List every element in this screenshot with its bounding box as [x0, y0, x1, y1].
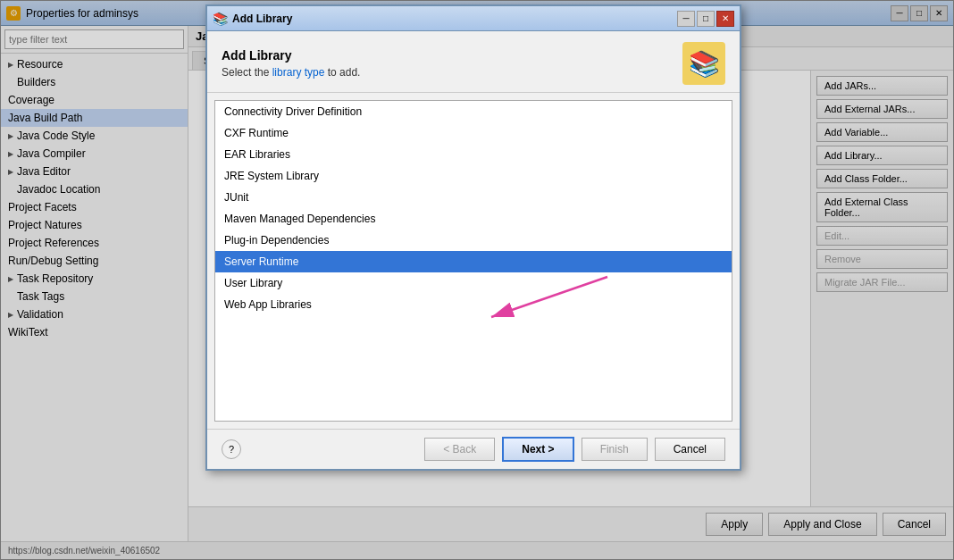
next-button[interactable]: Next >: [502, 437, 573, 462]
add-library-dialog: 📚 Add Library ─ □ ✕ Add Library Select t…: [205, 4, 741, 471]
dialog-close-button[interactable]: ✕: [716, 11, 734, 27]
dialog-subtitle-blue: library type: [272, 66, 325, 79]
list-item-cxf-runtime[interactable]: CXF Runtime: [215, 122, 732, 144]
list-item-server-runtime[interactable]: Server Runtime: [215, 251, 732, 272]
list-item-user-library[interactable]: User Library: [215, 272, 732, 294]
dialog-header-title: Add Library: [222, 48, 360, 63]
dialog-overlay: 📚 Add Library ─ □ ✕ Add Library Select t…: [0, 0, 954, 560]
dialog-cancel-button[interactable]: Cancel: [655, 438, 725, 461]
dialog-footer: ? < Back Next > Finish Cancel: [207, 429, 740, 469]
library-type-list[interactable]: Connectivity Driver Definition CXF Runti…: [214, 100, 732, 422]
list-item-jre-system-library[interactable]: JRE System Library: [215, 165, 732, 187]
list-item-connectivity-driver[interactable]: Connectivity Driver Definition: [215, 101, 732, 122]
dialog-body: Connectivity Driver Definition CXF Runti…: [207, 93, 740, 429]
dialog-titlebar-controls: ─ □ ✕: [677, 11, 734, 27]
list-item-ear-libraries[interactable]: EAR Libraries: [215, 144, 732, 165]
dialog-header-content: Add Library Select the library type to a…: [222, 48, 360, 79]
list-item-maven-managed[interactable]: Maven Managed Dependencies: [215, 208, 732, 230]
back-button[interactable]: < Back: [424, 438, 495, 461]
list-item-junit[interactable]: JUnit: [215, 187, 732, 208]
list-item-plugin-dependencies[interactable]: Plug-in Dependencies: [215, 230, 732, 251]
dialog-header: Add Library Select the library type to a…: [207, 31, 740, 93]
dialog-title: Add Library: [232, 13, 677, 25]
dialog-minimize-button[interactable]: ─: [677, 11, 695, 27]
dialog-help-button[interactable]: ?: [222, 439, 241, 459]
finish-button[interactable]: Finish: [582, 438, 648, 461]
dialog-maximize-button[interactable]: □: [697, 11, 715, 27]
dialog-header-icon: 📚: [682, 42, 725, 85]
dialog-header-subtitle: Select the library type to add.: [222, 66, 360, 79]
dialog-titlebar: 📚 Add Library ─ □ ✕: [207, 6, 740, 31]
list-item-web-app-libraries[interactable]: Web App Libraries: [215, 294, 732, 315]
dialog-icon: 📚: [213, 12, 227, 26]
